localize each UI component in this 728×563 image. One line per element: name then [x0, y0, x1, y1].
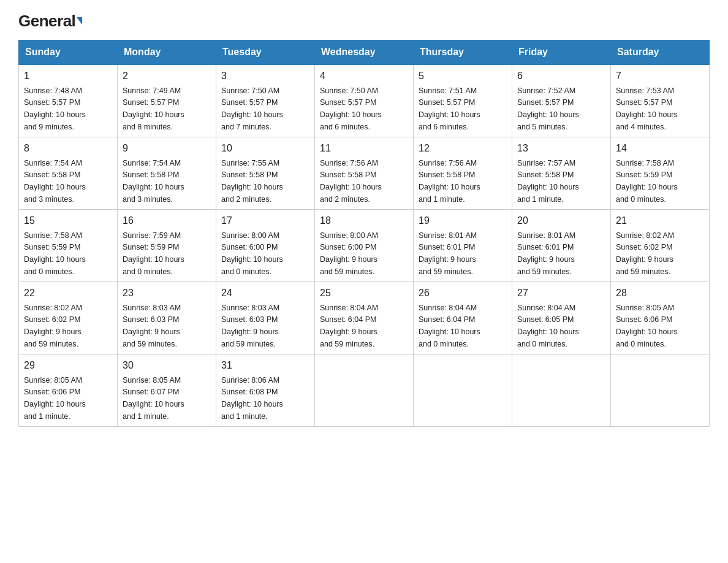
calendar-cell: 22Sunrise: 8:02 AMSunset: 6:02 PMDayligh…	[19, 282, 118, 354]
day-info: Sunrise: 8:04 AMSunset: 6:04 PMDaylight:…	[419, 304, 480, 348]
calendar-cell: 25Sunrise: 8:04 AMSunset: 6:04 PMDayligh…	[315, 282, 414, 354]
day-number: 7	[616, 69, 704, 83]
day-number: 26	[419, 286, 507, 301]
calendar-cell: 9Sunrise: 7:54 AMSunset: 5:58 PMDaylight…	[118, 137, 216, 209]
day-info: Sunrise: 8:00 AMSunset: 6:00 PMDaylight:…	[221, 231, 283, 276]
day-info: Sunrise: 7:58 AMSunset: 5:59 PMDaylight:…	[24, 231, 86, 276]
day-info: Sunrise: 8:04 AMSunset: 6:05 PMDaylight:…	[517, 304, 579, 348]
calendar-cell: 20Sunrise: 8:01 AMSunset: 6:01 PMDayligh…	[512, 209, 611, 282]
calendar-cell: 17Sunrise: 8:00 AMSunset: 6:00 PMDayligh…	[216, 209, 315, 282]
calendar-cell: 7Sunrise: 7:53 AMSunset: 5:57 PMDaylight…	[611, 64, 710, 137]
day-info: Sunrise: 7:52 AMSunset: 5:57 PMDaylight:…	[517, 86, 579, 131]
calendar-cell: 1Sunrise: 7:48 AMSunset: 5:57 PMDaylight…	[19, 64, 118, 137]
day-number: 29	[24, 358, 112, 373]
calendar-cell: 19Sunrise: 8:01 AMSunset: 6:01 PMDayligh…	[414, 209, 512, 282]
day-number: 2	[123, 69, 211, 83]
day-number: 30	[123, 358, 211, 373]
day-number: 6	[517, 69, 605, 83]
day-number: 25	[320, 286, 408, 301]
day-number: 5	[419, 69, 507, 83]
header-saturday: Saturday	[611, 40, 710, 64]
day-number: 31	[221, 358, 309, 373]
day-info: Sunrise: 8:05 AMSunset: 6:06 PMDaylight:…	[616, 304, 678, 348]
logo-triangle-icon	[77, 17, 82, 25]
day-number: 12	[419, 141, 507, 156]
day-info: Sunrise: 7:55 AMSunset: 5:58 PMDaylight:…	[221, 159, 283, 204]
header-tuesday: Tuesday	[216, 40, 315, 64]
logo-top: General	[18, 12, 82, 30]
header-sunday: Sunday	[19, 40, 118, 64]
day-info: Sunrise: 7:58 AMSunset: 5:59 PMDaylight:…	[616, 159, 678, 204]
calendar-cell: 18Sunrise: 8:00 AMSunset: 6:00 PMDayligh…	[315, 209, 414, 282]
calendar-cell: 24Sunrise: 8:03 AMSunset: 6:03 PMDayligh…	[216, 282, 315, 354]
calendar-cell: 4Sunrise: 7:50 AMSunset: 5:57 PMDaylight…	[315, 64, 414, 137]
day-info: Sunrise: 7:56 AMSunset: 5:58 PMDaylight:…	[320, 159, 382, 204]
calendar-cell	[611, 354, 710, 426]
calendar-cell: 3Sunrise: 7:50 AMSunset: 5:57 PMDaylight…	[216, 64, 315, 137]
header-monday: Monday	[118, 40, 216, 64]
calendar-table: SundayMondayTuesdayWednesdayThursdayFrid…	[18, 40, 710, 427]
calendar-cell	[315, 354, 414, 426]
calendar-cell: 14Sunrise: 7:58 AMSunset: 5:59 PMDayligh…	[611, 137, 710, 209]
day-number: 13	[517, 141, 605, 156]
day-number: 28	[616, 286, 704, 301]
day-number: 23	[123, 286, 211, 301]
calendar-week-row: 8Sunrise: 7:54 AMSunset: 5:58 PMDaylight…	[19, 137, 710, 209]
day-info: Sunrise: 8:03 AMSunset: 6:03 PMDaylight:…	[123, 304, 181, 348]
day-info: Sunrise: 7:48 AMSunset: 5:57 PMDaylight:…	[24, 86, 86, 131]
calendar-cell: 5Sunrise: 7:51 AMSunset: 5:57 PMDaylight…	[414, 64, 512, 137]
day-info: Sunrise: 8:02 AMSunset: 6:02 PMDaylight:…	[24, 304, 82, 348]
day-number: 24	[221, 286, 309, 301]
day-info: Sunrise: 7:50 AMSunset: 5:57 PMDaylight:…	[320, 86, 382, 131]
day-info: Sunrise: 7:50 AMSunset: 5:57 PMDaylight:…	[221, 86, 283, 131]
day-number: 15	[24, 213, 112, 228]
day-number: 4	[320, 69, 408, 83]
calendar-cell: 11Sunrise: 7:56 AMSunset: 5:58 PMDayligh…	[315, 137, 414, 209]
calendar-cell: 27Sunrise: 8:04 AMSunset: 6:05 PMDayligh…	[512, 282, 611, 354]
day-info: Sunrise: 8:03 AMSunset: 6:03 PMDaylight:…	[221, 304, 279, 348]
calendar-cell: 2Sunrise: 7:49 AMSunset: 5:57 PMDaylight…	[118, 64, 216, 137]
calendar-week-row: 22Sunrise: 8:02 AMSunset: 6:02 PMDayligh…	[19, 282, 710, 354]
day-info: Sunrise: 8:04 AMSunset: 6:04 PMDaylight:…	[320, 304, 378, 348]
day-number: 1	[24, 69, 112, 83]
day-info: Sunrise: 8:01 AMSunset: 6:01 PMDaylight:…	[419, 231, 477, 276]
day-number: 10	[221, 141, 309, 156]
day-info: Sunrise: 8:05 AMSunset: 6:06 PMDaylight:…	[24, 376, 86, 421]
day-number: 18	[320, 213, 408, 228]
calendar-cell: 26Sunrise: 8:04 AMSunset: 6:04 PMDayligh…	[414, 282, 512, 354]
calendar-cell: 28Sunrise: 8:05 AMSunset: 6:06 PMDayligh…	[611, 282, 710, 354]
calendar-cell: 16Sunrise: 7:59 AMSunset: 5:59 PMDayligh…	[118, 209, 216, 282]
day-number: 11	[320, 141, 408, 156]
day-info: Sunrise: 7:53 AMSunset: 5:57 PMDaylight:…	[616, 86, 678, 131]
day-number: 16	[123, 213, 211, 228]
day-number: 9	[123, 141, 211, 156]
calendar-header-row: SundayMondayTuesdayWednesdayThursdayFrid…	[19, 40, 710, 64]
calendar-cell: 10Sunrise: 7:55 AMSunset: 5:58 PMDayligh…	[216, 137, 315, 209]
header-thursday: Thursday	[414, 40, 512, 64]
day-info: Sunrise: 8:06 AMSunset: 6:08 PMDaylight:…	[221, 376, 283, 421]
day-info: Sunrise: 7:56 AMSunset: 5:58 PMDaylight:…	[419, 159, 480, 204]
calendar-cell: 15Sunrise: 7:58 AMSunset: 5:59 PMDayligh…	[19, 209, 118, 282]
day-info: Sunrise: 8:05 AMSunset: 6:07 PMDaylight:…	[123, 376, 184, 421]
calendar-cell: 30Sunrise: 8:05 AMSunset: 6:07 PMDayligh…	[118, 354, 216, 426]
day-number: 21	[616, 213, 704, 228]
day-number: 14	[616, 141, 704, 156]
day-info: Sunrise: 8:01 AMSunset: 6:01 PMDaylight:…	[517, 231, 575, 276]
day-info: Sunrise: 7:51 AMSunset: 5:57 PMDaylight:…	[419, 86, 480, 131]
calendar-cell: 6Sunrise: 7:52 AMSunset: 5:57 PMDaylight…	[512, 64, 611, 137]
calendar-cell: 12Sunrise: 7:56 AMSunset: 5:58 PMDayligh…	[414, 137, 512, 209]
day-number: 22	[24, 286, 112, 301]
calendar-week-row: 15Sunrise: 7:58 AMSunset: 5:59 PMDayligh…	[19, 209, 710, 282]
day-number: 27	[517, 286, 605, 301]
day-number: 19	[419, 213, 507, 228]
day-number: 8	[24, 141, 112, 156]
calendar-cell: 23Sunrise: 8:03 AMSunset: 6:03 PMDayligh…	[118, 282, 216, 354]
day-number: 20	[517, 213, 605, 228]
day-info: Sunrise: 8:00 AMSunset: 6:00 PMDaylight:…	[320, 231, 378, 276]
calendar-cell: 8Sunrise: 7:54 AMSunset: 5:58 PMDaylight…	[19, 137, 118, 209]
day-info: Sunrise: 7:49 AMSunset: 5:57 PMDaylight:…	[123, 86, 184, 131]
page-header: General	[18, 12, 710, 29]
header-wednesday: Wednesday	[315, 40, 414, 64]
day-number: 3	[221, 69, 309, 83]
logo: General	[18, 12, 82, 29]
